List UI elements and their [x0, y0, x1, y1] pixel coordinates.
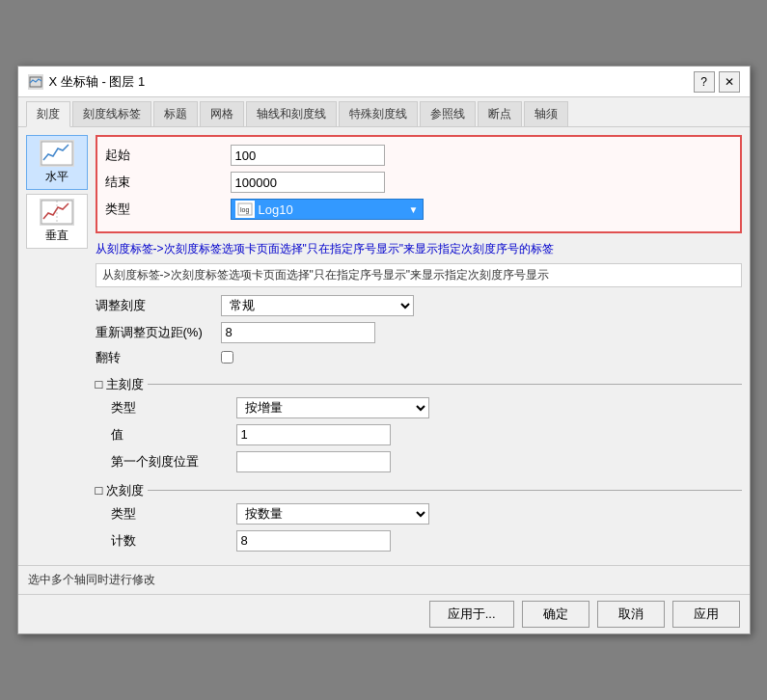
tab-special[interactable]: 特殊刻度线	[339, 101, 418, 126]
dialog-icon	[28, 74, 43, 90]
title-bar-left: X 坐标轴 - 图层 1	[28, 73, 146, 91]
major-type-row: 类型 按增量	[111, 397, 742, 418]
tab-whisker[interactable]: 轴须	[524, 101, 568, 126]
major-type-select[interactable]: 按增量	[236, 397, 429, 418]
tab-scale[interactable]: 刻度	[26, 101, 70, 127]
minor-type-row: 类型 按数量	[111, 503, 742, 525]
minor-collapse-icon[interactable]: □	[96, 483, 103, 498]
major-collapse-icon[interactable]: □	[96, 377, 103, 391]
main-content: 水平 垂直 起始	[18, 127, 750, 565]
start-input[interactable]	[231, 145, 385, 166]
dropdown-arrow-icon: ▼	[409, 204, 419, 215]
flip-row: 翻转	[96, 349, 742, 366]
help-button[interactable]: ?	[694, 71, 715, 93]
horizontal-label: 水平	[45, 169, 68, 185]
adjust-row: 调整刻度 常规	[96, 295, 742, 316]
start-label: 起始	[105, 147, 231, 164]
type-label: 类型	[105, 201, 231, 218]
vertical-chart-icon	[40, 199, 74, 226]
close-button[interactable]: ✕	[719, 71, 740, 93]
major-value-label: 值	[111, 426, 236, 444]
sidebar-item-horizontal[interactable]: 水平	[26, 135, 88, 190]
title-bar: X 坐标轴 - 图层 1 ? ✕	[18, 67, 750, 97]
major-first-input[interactable]	[236, 451, 391, 472]
apply-button[interactable]: 应用	[672, 601, 740, 628]
horizontal-chart-icon	[40, 140, 74, 167]
svg-text:log: log	[240, 206, 249, 214]
vertical-label: 垂直	[45, 228, 68, 244]
type-dropdown[interactable]: log Log10 ▼	[231, 199, 424, 220]
type-row: 类型 log Log10 ▼	[105, 199, 732, 220]
highlighted-section: 起始 结束 类型 log	[96, 135, 742, 233]
major-first-label: 第一个刻度位置	[111, 453, 236, 471]
dialog-title: X 坐标轴 - 图层 1	[49, 73, 146, 91]
minor-type-label: 类型	[111, 505, 236, 523]
minor-type-select[interactable]: 按数量	[236, 503, 429, 525]
major-first-row: 第一个刻度位置	[111, 451, 742, 472]
form-area: 起始 结束 类型 log	[96, 135, 742, 557]
cancel-button[interactable]: 取消	[597, 601, 665, 628]
tab-reference[interactable]: 参照线	[420, 101, 476, 126]
tab-scale-label[interactable]: 刻度线标签	[72, 101, 151, 126]
adjust-label: 调整刻度	[96, 297, 221, 314]
flip-checkbox[interactable]	[221, 351, 233, 363]
major-section-divider: □ 主刻度	[96, 376, 742, 393]
sidebar-item-vertical[interactable]: 垂直	[26, 194, 88, 249]
sidebar: 水平 垂直	[26, 135, 88, 557]
minor-indent-section: 类型 按数量 计数	[96, 503, 742, 557]
minor-count-input[interactable]	[236, 530, 391, 552]
end-row: 结束	[105, 172, 732, 193]
minor-divider-line	[148, 490, 741, 491]
major-section-label: 主刻度	[106, 376, 144, 393]
info-banner: 从刻度标签->次刻度标签选项卡页面选择"只在指定序号显示"来显示指定次刻度序号显…	[96, 263, 742, 287]
readjust-row: 重新调整页边距(%)	[96, 322, 742, 343]
tab-bar: 刻度 刻度线标签 标题 网格 轴线和刻度线 特殊刻度线 参照线 断点 轴须	[18, 97, 750, 127]
major-indent-section: 类型 按增量 值 第一个刻度位置	[96, 397, 742, 478]
tab-axis-line[interactable]: 轴线和刻度线	[246, 101, 337, 126]
tab-title[interactable]: 标题	[153, 101, 198, 126]
tab-break[interactable]: 断点	[478, 101, 522, 126]
readjust-label: 重新调整页边距(%)	[96, 324, 221, 341]
flip-label: 翻转	[96, 349, 221, 366]
status-text: 选中多个轴同时进行修改	[28, 573, 155, 586]
info-link[interactable]: 从刻度标签->次刻度标签选项卡页面选择"只在指定序号显示"来显示指定次刻度序号的…	[96, 241, 742, 257]
minor-count-row: 计数	[111, 530, 742, 552]
main-dialog: X 坐标轴 - 图层 1 ? ✕ 刻度 刻度线标签 标题 网格 轴线和刻度线 特…	[17, 66, 751, 634]
minor-section-divider: □ 次刻度	[96, 482, 742, 499]
tab-grid[interactable]: 网格	[200, 101, 244, 126]
bottom-buttons: 应用于... 确定 取消 应用	[18, 594, 750, 633]
end-input[interactable]	[231, 172, 385, 193]
title-bar-controls: ? ✕	[694, 71, 740, 93]
type-dropdown-label: Log10	[259, 202, 409, 217]
major-value-input[interactable]	[236, 424, 391, 445]
adjust-select[interactable]: 常规	[221, 295, 414, 316]
major-type-label: 类型	[111, 399, 236, 417]
apply-to-button[interactable]: 应用于...	[429, 601, 514, 628]
type-dropdown-icon: log	[235, 201, 255, 218]
start-row: 起始	[105, 145, 732, 166]
ok-button[interactable]: 确定	[522, 601, 589, 628]
end-label: 结束	[105, 174, 231, 191]
major-divider-line	[148, 384, 741, 385]
status-bar: 选中多个轴同时进行修改	[18, 565, 750, 594]
readjust-input[interactable]	[221, 322, 375, 343]
minor-count-label: 计数	[111, 532, 236, 550]
minor-section-label: 次刻度	[106, 482, 144, 499]
major-value-row: 值	[111, 424, 742, 445]
